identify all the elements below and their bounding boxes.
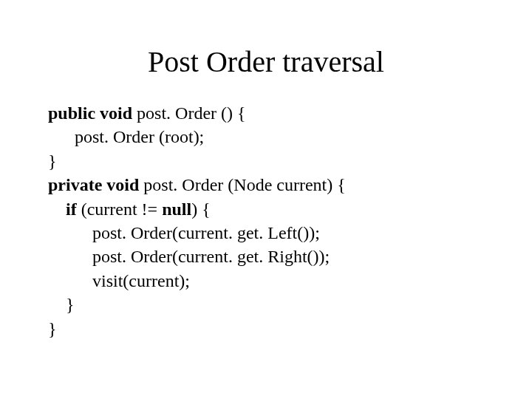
slide-title: Post Order traversal [0,44,532,79]
code-line: } [48,149,502,173]
slide: Post Order traversal public void post. O… [0,44,532,399]
code-text: post. Order (Node current) { [139,175,345,194]
code-line: private void post. Order (Node current) … [48,173,502,197]
keyword: if [66,200,77,219]
code-text [48,200,66,219]
code-line: public void post. Order () { [48,101,502,125]
code-line: } [48,317,502,341]
code-block: public void post. Order () { post. Order… [48,101,502,341]
keyword: private void [48,175,139,194]
code-text: post. Order () { [132,103,245,123]
code-line: post. Order(current. get. Right()); [48,245,502,268]
keyword: public void [48,103,132,123]
code-text: (current != [77,200,162,219]
code-line: post. Order (root); [48,125,502,149]
keyword: null [162,200,191,219]
code-line: if (current != null) { [48,197,502,221]
code-line: post. Order(current. get. Left()); [48,221,502,245]
code-line: visit(current); [48,269,502,293]
code-line: } [48,293,502,316]
code-text: ) { [191,200,211,219]
